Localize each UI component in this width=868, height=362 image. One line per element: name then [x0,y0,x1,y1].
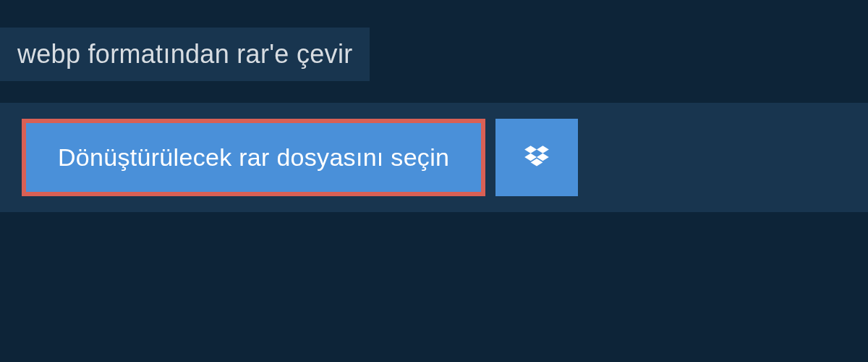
upload-row: Dönüştürülecek rar dosyasını seçin [22,119,846,196]
upload-panel: Dönüştürülecek rar dosyasını seçin [0,103,868,212]
select-file-label: Dönüştürülecek rar dosyasını seçin [58,143,449,172]
select-file-button[interactable]: Dönüştürülecek rar dosyasını seçin [22,119,485,196]
page-title: webp formatından rar'e çevir [17,39,352,70]
dropbox-button[interactable] [495,119,578,196]
page-header: webp formatından rar'e çevir [0,28,370,81]
dropbox-icon [522,143,552,173]
lower-spacer [0,212,868,342]
